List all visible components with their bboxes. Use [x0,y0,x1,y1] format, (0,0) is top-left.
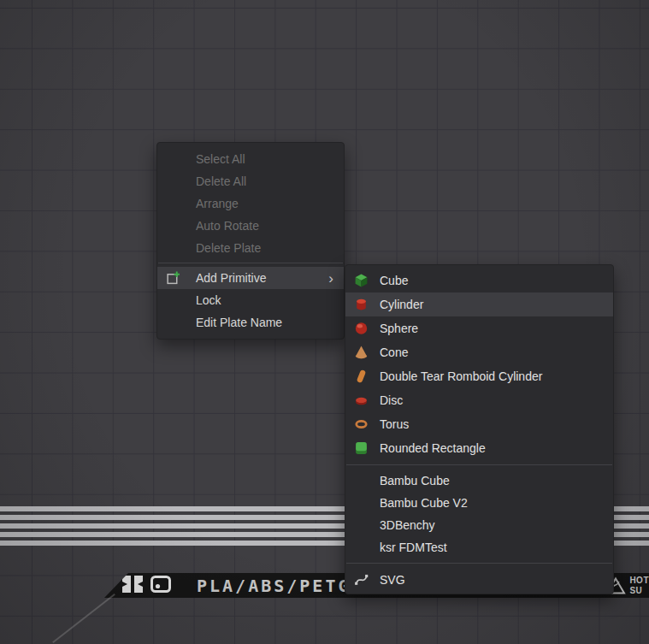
primitive-submenu: Cube Cylinder Sphere [345,264,614,594]
plate-material-label: PLA/ABS/PETG [197,576,351,596]
submenu-item-label: ksr FDMTest [380,541,447,554]
menu-separator [158,263,343,263]
submenu-item-ksr-fdmtest[interactable]: ksr FDMTest [345,536,613,558]
submenu-item-label: 3DBenchy [380,518,435,532]
cube-icon [354,274,369,288]
menu-item-label: Delete All [196,174,246,188]
submenu-item-label: Rounded Rectangle [380,441,486,455]
menu-item-label: Arrange [196,197,239,210]
menu-item-lock[interactable]: Lock [157,289,344,311]
menu-item-auto-rotate: Auto Rotate [157,215,344,237]
add-primitive-icon [166,271,180,286]
submenu-item-label: Sphere [380,322,418,335]
warning-text: HOT SU [629,576,649,595]
bambu-app-icon [150,576,171,596]
menu-item-label: Edit Plate Name [196,316,282,329]
viewport-grid: PLA/ABS/PETG HOT SU Select All Delete Al… [0,0,649,644]
svg-curve-icon [354,573,369,588]
submenu-item-svg[interactable]: SVG [345,568,613,592]
submenu-item-label: Cone [380,346,408,359]
double-tear-romboid-cylinder-icon [354,369,369,384]
submenu-item-label: SVG [380,573,405,587]
submenu-item-torus[interactable]: Torus [345,412,613,436]
submenu-item-label: Disc [380,393,403,407]
menu-item-label: Auto Rotate [196,219,259,233]
submenu-item-label: Cube [380,274,408,287]
menu-item-label: Lock [196,293,221,307]
submenu-item-label: Cylinder [380,298,423,311]
submenu-arrow-icon: › [328,271,335,286]
cone-icon [354,346,369,360]
submenu-item-cone[interactable]: Cone [345,340,613,364]
submenu-item-label: Bambu Cube [380,474,450,487]
plate-context-menu: Select All Delete All Arrange Auto Rotat… [156,142,345,340]
submenu-item-rounded-rectangle[interactable]: Rounded Rectangle [345,436,613,460]
submenu-item-label: Double Tear Romboid Cylinder [380,369,542,383]
submenu-item-sphere[interactable]: Sphere [345,316,613,340]
plate-corner-line [52,594,115,643]
cylinder-icon [354,298,369,312]
submenu-item-cylinder[interactable]: Cylinder [345,292,613,316]
menu-item-arrange: Arrange [157,192,344,215]
submenu-item-bambu-cube[interactable]: Bambu Cube [345,470,613,492]
submenu-item-label: Torus [380,417,409,431]
warning-line-1: HOT [629,576,649,585]
submenu-item-double-tear-romboid-cylinder[interactable]: Double Tear Romboid Cylinder [345,364,613,388]
menu-item-label: Add Primitive [196,271,266,285]
submenu-item-disc[interactable]: Disc [345,388,613,412]
sphere-icon [354,322,369,336]
bambu-logo-icon [121,576,144,596]
torus-icon [354,417,369,432]
menu-item-label: Select All [196,152,245,166]
menu-item-delete-plate: Delete Plate [157,237,344,259]
menu-item-add-primitive[interactable]: Add Primitive › [157,267,344,289]
rounded-rectangle-icon [354,441,369,456]
submenu-item-label: Bambu Cube V2 [380,496,468,510]
menu-item-label: Delete Plate [196,241,261,255]
menu-item-edit-plate-name[interactable]: Edit Plate Name [157,311,344,334]
menu-item-select-all: Select All [157,148,344,170]
submenu-item-3dbenchy[interactable]: 3DBenchy [345,514,613,536]
menu-separator [346,464,612,465]
submenu-item-cube[interactable]: Cube [345,269,613,292]
submenu-item-bambu-cube-v2[interactable]: Bambu Cube V2 [345,492,613,514]
disc-icon [354,393,369,408]
warning-line-2: SU [629,586,642,595]
menu-separator [346,563,612,564]
menu-item-delete-all: Delete All [157,170,344,192]
